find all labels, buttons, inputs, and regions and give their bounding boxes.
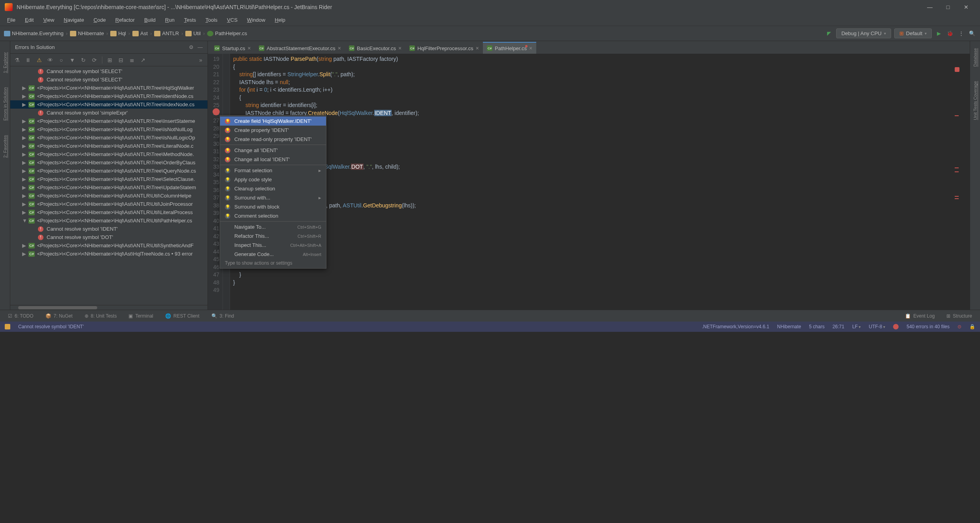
warning-icon[interactable]: ⚠ [36, 56, 43, 64]
error-file[interactable]: ▶C#<Projects>\<Core>\<NHibernate>\Hql\As… [10, 158, 207, 167]
close-tab-icon[interactable]: × [398, 45, 401, 51]
minimize-panel-icon[interactable]: — [198, 44, 203, 50]
context-menu-item[interactable]: 💡Create property 'IDENT' [220, 126, 326, 135]
close-tab-icon[interactable]: × [476, 45, 479, 51]
tool-strip-item[interactable]: Unit Tests Coverage [972, 78, 978, 123]
forward-icon[interactable]: » [197, 56, 204, 64]
pause-icon[interactable]: ⏸ [24, 56, 32, 64]
error-file[interactable]: ▶C#<Projects>\<Core>\<NHibernate>\Hql\As… [10, 175, 207, 183]
editor-tab[interactable]: C#AbstractStatementExecutor.cs× [255, 42, 345, 54]
context-menu-item[interactable]: 💡Create field 'HqlSqlWalker.IDENT' [220, 117, 326, 126]
menu-navigate[interactable]: Navigate [60, 15, 88, 24]
error-file[interactable]: ▶C#<Projects>\<Core>\<NHibernate>\Hql\As… [10, 241, 207, 250]
group-icon[interactable]: ≣ [128, 56, 136, 64]
hammer-icon[interactable]: ◤ [825, 30, 833, 38]
terminal-button[interactable]: ▣ Terminal [128, 313, 153, 319]
status-lock-icon[interactable]: 🔒 [969, 324, 975, 329]
eye-off-icon[interactable]: 👁 [47, 56, 54, 64]
error-list[interactable]: !Cannot resolve symbol 'SELECT'!Cannot r… [10, 66, 207, 305]
error-stripe[interactable] [955, 67, 959, 310]
flask-icon[interactable]: ⚗ [13, 56, 21, 64]
menu-window[interactable]: Window [243, 15, 269, 24]
run-icon[interactable]: ▶ [935, 30, 943, 38]
status-indicator-icon[interactable]: ⊝ [957, 324, 961, 329]
runconfig-dropdown[interactable]: ⊞ Default [894, 28, 932, 38]
structure-button[interactable]: ⊞ Structure [946, 313, 972, 319]
debug-icon[interactable]: 🐞 [946, 30, 954, 38]
tool-strip-item[interactable]: Errors in Solution [2, 84, 8, 124]
tool-strip-item[interactable]: 2: Favorites [2, 132, 8, 161]
breadcrumb-item[interactable]: Util [185, 30, 201, 36]
tool-strip-item[interactable]: Database [972, 45, 978, 70]
context-menu-item[interactable]: 💡Change all local 'IDENT' [220, 155, 326, 164]
error-file[interactable]: ▶C#<Projects>\<Core>\<NHibernate>\Hql\As… [10, 134, 207, 142]
error-file[interactable]: ▶C#<Projects>\<Core>\<NHibernate>\Hql\As… [10, 167, 207, 175]
error-indicator-icon[interactable] [955, 67, 959, 72]
status-line-ending[interactable]: LF [852, 324, 861, 329]
filter-icon[interactable]: ▼ [69, 56, 76, 64]
scrollbar-horizontal[interactable] [10, 305, 207, 310]
menu-tests[interactable]: Tests [180, 15, 200, 24]
error-file[interactable]: ▶C#<Projects>\<Core>\<NHibernate>\Hql\As… [10, 100, 207, 109]
error-file[interactable]: ▼C#<Projects>\<Core>\<NHibernate>\Hql\As… [10, 216, 207, 225]
rest-client-button[interactable]: 🌐 REST Client [165, 313, 200, 319]
context-menu-item[interactable]: 💡Format selection▸ [220, 166, 326, 175]
breadcrumb-item[interactable]: PathHelper.cs [207, 30, 247, 36]
config-dropdown[interactable]: Debug | Any CPU [836, 28, 891, 38]
menu-view[interactable]: View [39, 15, 58, 24]
todo-button[interactable]: ☑ 6: TODO [8, 313, 34, 319]
refresh-icon[interactable]: ↻ [80, 56, 87, 64]
menu-vcs[interactable]: VCS [223, 15, 241, 24]
expand-icon[interactable]: ⊞ [106, 56, 113, 64]
error-file[interactable]: ▶C#<Projects>\<Core>\<NHibernate>\Hql\As… [10, 200, 207, 208]
breadcrumb-item[interactable]: ANTLR [154, 30, 179, 36]
menu-code[interactable]: Code [90, 15, 110, 24]
editor-tab[interactable]: C#Startup.cs× [210, 42, 255, 54]
error-file[interactable]: ▶C#<Projects>\<Core>\<NHibernate>\Hql\As… [10, 250, 207, 258]
context-menu-item[interactable]: 💡Comment selection [220, 211, 326, 220]
unit-tests-button[interactable]: ⊕ 8: Unit Tests [85, 313, 117, 319]
find-button[interactable]: 🔍 3: Find [211, 313, 234, 319]
status-errors[interactable]: 540 errors in 40 files [906, 324, 950, 329]
error-file[interactable]: ▶C#<Projects>\<Core>\<NHibernate>\Hql\As… [10, 142, 207, 150]
error-item[interactable]: !Cannot resolve symbol 'SELECT' [10, 75, 207, 84]
more-icon[interactable]: ⋮ [957, 30, 965, 38]
close-tab-icon[interactable]: × [529, 45, 532, 51]
error-item[interactable]: !Cannot resolve symbol 'DOT' [10, 233, 207, 241]
error-file[interactable]: ▶C#<Projects>\<Core>\<NHibernate>\Hql\As… [10, 192, 207, 200]
menu-file[interactable]: File [3, 15, 19, 24]
menu-edit[interactable]: Edit [21, 15, 38, 24]
context-menu-item[interactable]: 💡Change all 'IDENT' [220, 146, 326, 155]
editor-tab[interactable]: C#HqlFilterPreprocessor.cs× [405, 42, 483, 54]
editor-tab[interactable]: C#BasicExecutor.cs× [345, 42, 405, 54]
context-menu-item[interactable]: Navigate To...Ctrl+Shift+G [220, 222, 326, 231]
error-file[interactable]: ▶C#<Projects>\<Core>\<NHibernate>\Hql\As… [10, 208, 207, 216]
code-content[interactable]: public static IASTNode ParsePath(string … [230, 54, 970, 310]
menu-build[interactable]: Build [140, 15, 160, 24]
error-file[interactable]: ▶C#<Projects>\<Core>\<NHibernate>\Hql\As… [10, 92, 207, 100]
close-button[interactable]: ✕ [957, 1, 975, 13]
error-file[interactable]: ▶C#<Projects>\<Core>\<NHibernate>\Hql\As… [10, 125, 207, 134]
status-encoding[interactable]: UTF-8 [869, 324, 885, 329]
error-item[interactable]: !Cannot resolve symbol 'IDENT' [10, 225, 207, 233]
breadcrumb-item[interactable]: NHibernate.Everything [4, 30, 64, 36]
context-menu-item[interactable]: Inspect This...Ctrl+Alt+Shift+A [220, 241, 326, 250]
error-file[interactable]: ▶C#<Projects>\<Core>\<NHibernate>\Hql\As… [10, 150, 207, 158]
export-icon[interactable]: ↗ [139, 56, 147, 64]
error-file[interactable]: ▶C#<Projects>\<Core>\<NHibernate>\Hql\As… [10, 84, 207, 92]
context-menu-item[interactable]: 💡Cleanup selection [220, 184, 326, 193]
error-file[interactable]: ▶C#<Projects>\<Core>\<NHibernate>\Hql\As… [10, 183, 207, 192]
context-menu-item[interactable]: 💡Create read-only property 'IDENT' [220, 135, 326, 144]
tool-strip-item[interactable]: 1: Explorer [2, 49, 8, 76]
intention-bulb-icon[interactable] [213, 108, 220, 115]
minimize-button[interactable]: — [921, 1, 939, 13]
error-file[interactable]: ▶C#<Projects>\<Core>\<NHibernate>\Hql\As… [10, 117, 207, 125]
event-log-button[interactable]: 📋 Event Log [905, 313, 935, 319]
menu-tools[interactable]: Tools [202, 15, 221, 24]
eye-icon[interactable]: ○ [58, 56, 65, 64]
gear-icon[interactable]: ⚙ [189, 44, 194, 50]
context-menu-item[interactable]: 💡Apply code style [220, 175, 326, 184]
breadcrumb-item[interactable]: NHibernate [70, 30, 104, 36]
menu-run[interactable]: Run [161, 15, 179, 24]
nuget-button[interactable]: 📦 7: NuGet [45, 313, 73, 319]
